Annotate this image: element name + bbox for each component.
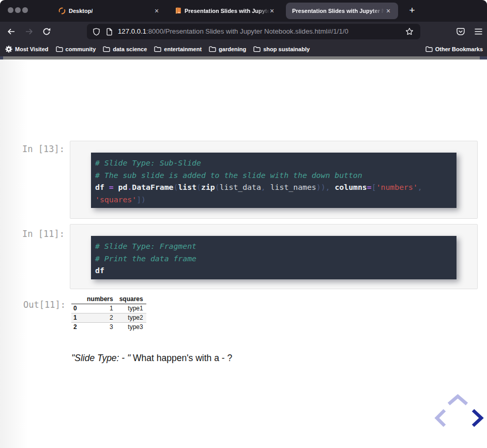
code-token-com: # Slide Type: Sub-Slide [95, 158, 201, 167]
slide-content: In [13]: # Slide Type: Sub-Slide# The su… [0, 59, 487, 448]
bookmark-label: shop sustainably [263, 46, 310, 52]
bookmark-other-bookmarks[interactable]: Other Bookmarks [425, 46, 483, 52]
folder-icon [56, 46, 63, 52]
bookmark-item-shop-sustainably[interactable]: shop sustainably [253, 46, 310, 52]
code-token-str: 'squares' [95, 195, 136, 204]
bookmark-item-most-visited[interactable]: Most Visited [5, 46, 49, 53]
tab-presentation-active[interactable]: Presentation Slides with Jupyter Not × [286, 3, 398, 19]
close-tab-icon[interactable]: × [270, 7, 274, 15]
code-token-plain: list_data [220, 183, 261, 191]
code-token-punc: , [418, 183, 422, 191]
folder-icon [425, 46, 433, 52]
code-line: df [95, 264, 452, 277]
url-text: 127.0.0.1:8000/Presentation Slides with … [118, 24, 348, 39]
folder-icon [253, 46, 261, 52]
code-token-punc: ]) [136, 195, 146, 204]
code-token-bold: pd [118, 183, 128, 191]
bookmark-item-entertainment[interactable]: entertainment [154, 46, 202, 52]
maximize-window-button[interactable] [22, 7, 28, 13]
table-cell: type3 [116, 322, 146, 332]
code-line: # The sub slide is added to the slide wi… [95, 169, 452, 182]
back-icon[interactable] [7, 27, 16, 36]
bookmark-label: Most Visited [15, 46, 49, 52]
titlebar: Desktop/ × Presentation Slides with Jupy… [0, 0, 487, 22]
shield-icon[interactable] [93, 28, 100, 36]
tab-title: Presentation Slides with Jupyter [185, 8, 271, 14]
tab-title: Presentation Slides with Jupyter Not [292, 8, 386, 14]
table-header-row: numberssquares [71, 294, 146, 304]
code-token-punc: ( [215, 183, 220, 191]
new-tab-button[interactable]: + [405, 4, 419, 17]
spinner-icon [58, 7, 66, 14]
dataframe-header: numberssquares [71, 294, 146, 304]
nav-right-arrow[interactable] [473, 410, 481, 426]
url-host: 127.0.0.1 [118, 27, 146, 35]
close-tab-icon[interactable]: × [386, 7, 390, 15]
table-cell: 3 [84, 322, 116, 332]
code-token-bold: list [178, 183, 196, 191]
close-tab-icon[interactable]: × [155, 7, 159, 15]
output-prompt: Out[11]: [23, 300, 66, 309]
page-info-icon[interactable] [106, 28, 113, 36]
pocket-icon[interactable] [456, 28, 465, 36]
bookmark-label: gardening [219, 46, 246, 52]
code-token-com: # Slide Type: Fragment [95, 242, 196, 250]
row-index: 0 [71, 304, 84, 313]
code-token-punc: , [261, 183, 270, 191]
book-icon [174, 7, 182, 14]
url-path: :8000/Presentation Slides with Jupyter N… [146, 27, 348, 35]
dataframe-body: 01type112type223type3 [71, 304, 146, 332]
code-line: # Slide Type: Fragment [95, 240, 452, 252]
code-line: # Print the data frame [95, 252, 452, 265]
code-cell: # Slide Type: Sub-Slide# The sub slide i… [70, 141, 478, 219]
minimize-window-button[interactable] [15, 7, 21, 13]
bookmark-item-gardening[interactable]: gardening [209, 46, 246, 52]
row-index: 1 [71, 313, 84, 322]
code-token-op: = [109, 183, 114, 191]
code-token-op: = [367, 183, 372, 191]
table-row: 12type2 [71, 313, 146, 322]
reload-icon[interactable] [42, 27, 51, 36]
code-block: # Slide Type: Fragment# Print the data f… [91, 236, 456, 279]
navigation-toolbar: 127.0.0.1:8000/Presentation Slides with … [0, 22, 487, 41]
table-cell: type1 [116, 304, 146, 313]
table-row: 23type3 [71, 322, 146, 332]
forward-icon[interactable] [25, 27, 34, 36]
slide-paragraph: "Slide Type: - " What happen's with a - … [71, 352, 232, 364]
row-index: 2 [71, 322, 84, 332]
bookmark-item-data-science[interactable]: data science [103, 46, 147, 52]
code-token-bold: columns [334, 183, 367, 191]
code-token-bold: df [95, 183, 104, 191]
code-token-plain [104, 183, 109, 191]
input-prompt: In [13]: [22, 144, 65, 154]
nav-up-arrow[interactable] [449, 396, 467, 404]
table-cell: type2 [116, 313, 146, 322]
code-token-plain: list_names [270, 183, 316, 191]
folder-icon [154, 46, 161, 52]
tab-presentation-1[interactable]: Presentation Slides with Jupyter × [171, 0, 286, 22]
bookmark-label: Other Bookmarks [435, 46, 483, 52]
code-token-punc: [ [372, 183, 376, 191]
code-line: # Slide Type: Sub-Slide [95, 157, 452, 169]
code-token-com: # The sub slide is added to the slide wi… [95, 171, 362, 180]
code-token-plain [114, 183, 118, 191]
code-token-bold: DataFrame [132, 183, 173, 191]
menu-icon[interactable] [475, 28, 482, 35]
code-token-bold: df [95, 266, 104, 275]
code-token-com: # Print the data frame [95, 254, 196, 263]
code-line: 'squares']) [95, 193, 452, 206]
nav-left-arrow[interactable] [437, 410, 445, 426]
bookmark-item-community[interactable]: community [56, 46, 96, 52]
close-window-button[interactable] [8, 7, 13, 13]
code-cell: # Slide Type: Fragment# Print the data f… [70, 224, 478, 289]
gear-icon [5, 46, 12, 53]
folder-icon [103, 46, 110, 52]
folder-icon [209, 46, 216, 52]
paragraph-regular: What happen's with a - ? [133, 353, 232, 363]
bookmark-star-icon[interactable] [405, 27, 414, 36]
tab-desktop[interactable]: Desktop/ × [50, 0, 171, 22]
column-header [71, 294, 84, 304]
tab-title: Desktop/ [69, 8, 93, 14]
url-bar[interactable]: 127.0.0.1:8000/Presentation Slides with … [87, 24, 420, 39]
input-prompt: In [11]: [22, 229, 65, 238]
